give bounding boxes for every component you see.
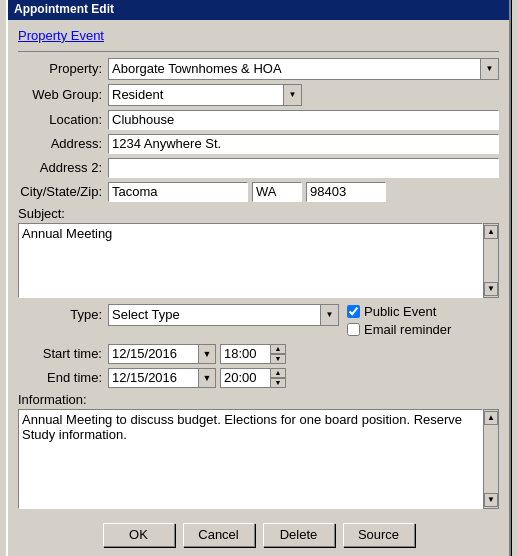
property-event-link[interactable]: Property Event <box>18 28 104 43</box>
end-time-input[interactable] <box>220 368 270 388</box>
divider <box>18 51 499 52</box>
public-event-row: Public Event <box>347 304 499 319</box>
window-title: Appointment Edit <box>14 2 114 16</box>
end-time-up-btn[interactable]: ▲ <box>270 368 286 378</box>
start-date-dropdown-btn[interactable]: ▼ <box>198 344 216 364</box>
subject-textarea[interactable] <box>18 223 483 298</box>
address-label: Address: <box>18 136 108 151</box>
type-form-row: Type: ▼ <box>18 304 339 326</box>
subject-scroll-down[interactable]: ▼ <box>484 282 498 296</box>
cancel-button[interactable]: Cancel <box>183 523 255 547</box>
start-time-input[interactable] <box>220 344 270 364</box>
end-date-dropdown-btn[interactable]: ▼ <box>198 368 216 388</box>
info-scroll-up[interactable]: ▲ <box>484 411 498 425</box>
type-dropdown-icon: ▼ <box>326 310 334 319</box>
city-row: City/State/Zip: <box>18 182 499 202</box>
start-date-wrapper: ▼ <box>108 344 220 364</box>
start-time-wrapper: ▲ ▼ <box>220 344 286 364</box>
location-row: Location: <box>18 110 499 130</box>
subject-wrapper: ▲ ▼ <box>18 223 499 298</box>
city-label: City/State/Zip: <box>18 184 108 199</box>
type-dropdown-btn[interactable]: ▼ <box>320 305 338 325</box>
property-row: Property: ▼ <box>18 58 499 80</box>
end-date-input[interactable] <box>108 368 198 388</box>
type-row: Type: ▼ Public Event Email remind <box>18 304 499 340</box>
information-textarea[interactable]: Annual Meeting to discuss budget. Electi… <box>18 409 483 509</box>
city-input[interactable] <box>108 182 248 202</box>
email-reminder-row: Email reminder <box>347 322 499 337</box>
end-date-dropdown-icon: ▼ <box>203 373 212 383</box>
web-group-label: Web Group: <box>18 87 108 102</box>
start-time-up-btn[interactable]: ▲ <box>270 344 286 354</box>
source-button[interactable]: Source <box>343 523 415 547</box>
ok-button[interactable]: OK <box>103 523 175 547</box>
information-wrapper: Annual Meeting to discuss budget. Electi… <box>18 409 499 509</box>
end-date-wrapper: ▼ <box>108 368 220 388</box>
location-input[interactable] <box>108 110 499 130</box>
start-time-label: Start time: <box>18 346 108 361</box>
web-group-select-wrapper: ▼ <box>108 84 302 106</box>
type-right: Public Event Email reminder <box>339 304 499 340</box>
type-label: Type: <box>18 307 108 322</box>
property-label: Property: <box>18 61 108 76</box>
information-scrollbar: ▲ ▼ <box>483 409 499 509</box>
subject-label: Subject: <box>18 206 499 221</box>
web-group-input[interactable] <box>109 85 283 105</box>
address2-label: Address 2: <box>18 160 108 175</box>
web-group-dropdown-icon: ▼ <box>289 90 297 99</box>
subject-scroll-up[interactable]: ▲ <box>484 225 498 239</box>
address-input[interactable] <box>108 134 499 154</box>
web-group-row: Web Group: ▼ <box>18 84 499 106</box>
end-time-down-btn[interactable]: ▼ <box>270 378 286 388</box>
property-input[interactable] <box>109 59 480 79</box>
delete-button[interactable]: Delete <box>263 523 335 547</box>
appointment-edit-window: Appointment Edit Property Event Property… <box>6 0 511 556</box>
location-label: Location: <box>18 112 108 127</box>
address2-row: Address 2: <box>18 158 499 178</box>
subject-scrollbar: ▲ ▼ <box>483 223 499 298</box>
end-time-wrapper: ▲ ▼ <box>220 368 286 388</box>
address-row: Address: <box>18 134 499 154</box>
info-scroll-down[interactable]: ▼ <box>484 493 498 507</box>
web-group-dropdown-btn[interactable]: ▼ <box>283 85 301 105</box>
type-left: Type: ▼ <box>18 304 339 330</box>
zip-input[interactable] <box>306 182 386 202</box>
start-date-input[interactable] <box>108 344 198 364</box>
type-input[interactable] <box>109 305 320 325</box>
property-dropdown-icon: ▼ <box>486 64 494 73</box>
type-select-wrapper: ▼ <box>108 304 339 326</box>
start-time-down-btn[interactable]: ▼ <box>270 354 286 364</box>
email-reminder-label: Email reminder <box>364 322 451 337</box>
property-select-wrapper: ▼ <box>108 58 499 80</box>
information-label: Information: <box>18 392 499 407</box>
property-dropdown-btn[interactable]: ▼ <box>480 59 498 79</box>
start-date-dropdown-icon: ▼ <box>203 349 212 359</box>
end-time-label: End time: <box>18 370 108 385</box>
email-reminder-checkbox[interactable] <box>347 323 360 336</box>
public-event-label: Public Event <box>364 304 436 319</box>
button-row: OK Cancel Delete Source <box>18 515 499 551</box>
end-time-row: End time: ▼ ▲ ▼ <box>18 368 499 388</box>
start-time-spin: ▲ ▼ <box>270 344 286 364</box>
title-bar: Appointment Edit <box>8 0 509 20</box>
public-event-checkbox[interactable] <box>347 305 360 318</box>
address2-input[interactable] <box>108 158 499 178</box>
start-time-row: Start time: ▼ ▲ ▼ <box>18 344 499 364</box>
state-input[interactable] <box>252 182 302 202</box>
end-time-spin: ▲ ▼ <box>270 368 286 388</box>
